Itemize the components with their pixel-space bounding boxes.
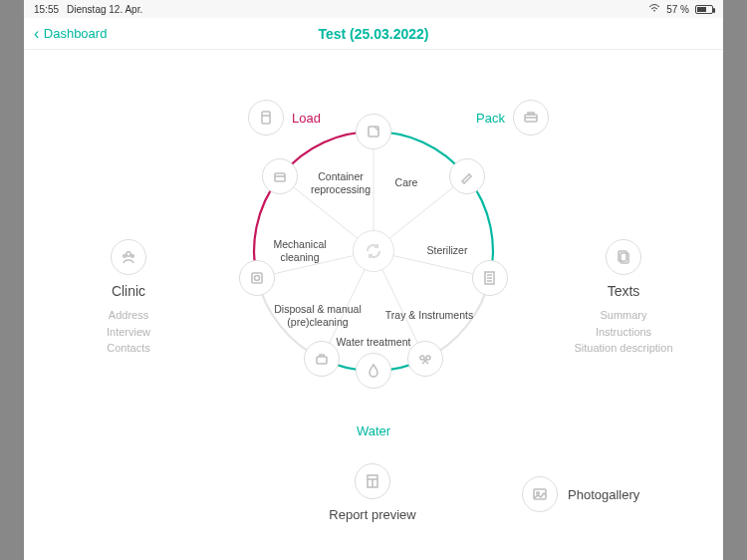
battery-pct: 57 % xyxy=(666,4,689,15)
svg-point-6 xyxy=(124,255,126,258)
wheel-refresh-button[interactable] xyxy=(353,230,394,272)
wifi-icon xyxy=(648,3,660,15)
clinic-sub-contacts[interactable]: Contacts xyxy=(79,340,178,357)
svg-rect-29 xyxy=(275,173,285,181)
svg-rect-26 xyxy=(317,357,327,364)
spoke-top-icon[interactable] xyxy=(356,114,391,149)
spoke-disposal-icon[interactable] xyxy=(304,341,340,377)
spoke-tray-icon[interactable] xyxy=(407,341,443,377)
svg-point-5 xyxy=(126,252,130,256)
page-title: Test (25.03.2022) xyxy=(318,26,428,42)
svg-rect-4 xyxy=(528,113,534,115)
spoke-container-icon[interactable] xyxy=(262,158,298,194)
clinic-sub-interview[interactable]: Interview xyxy=(79,324,178,341)
status-time: 15:55 xyxy=(34,4,59,15)
svg-point-23 xyxy=(426,356,430,360)
pack-icon-button[interactable] xyxy=(513,100,549,136)
clinic-title: Clinic xyxy=(79,283,178,299)
battery-icon xyxy=(695,5,713,14)
water-label: Water xyxy=(24,423,723,438)
spoke-care-icon[interactable] xyxy=(449,158,485,194)
back-button[interactable]: Dashboard xyxy=(34,25,107,43)
svg-point-7 xyxy=(131,255,134,258)
nav-bar: Dashboard Test (25.03.2022) xyxy=(24,18,723,50)
photogallery-label: Photogallery xyxy=(568,487,639,502)
svg-rect-27 xyxy=(252,273,262,283)
svg-point-22 xyxy=(420,356,424,360)
report-preview-button[interactable] xyxy=(355,463,390,499)
photogallery-button[interactable] xyxy=(522,476,558,512)
spoke-sterilizer-icon[interactable] xyxy=(472,260,508,296)
texts-sub-situation[interactable]: Situation description xyxy=(554,340,693,357)
texts-title: Texts xyxy=(554,283,693,299)
spoke-mechanical-icon[interactable] xyxy=(239,260,275,296)
clinic-sub-address[interactable]: Address xyxy=(79,307,178,324)
texts-sub-instructions[interactable]: Instructions xyxy=(554,324,693,341)
svg-point-28 xyxy=(255,276,260,281)
texts-icon-button[interactable] xyxy=(606,239,641,275)
texts-sub-summary[interactable]: Summary xyxy=(554,307,693,324)
process-wheel: Container reprocessing Care Sterilizer T… xyxy=(244,122,503,381)
spoke-water-icon[interactable] xyxy=(356,353,391,389)
clinic-icon-button[interactable] xyxy=(111,239,146,275)
report-preview-label: Report preview xyxy=(323,507,422,522)
status-date: Dienstag 12. Apr. xyxy=(67,4,142,15)
svg-point-35 xyxy=(537,492,540,495)
status-bar: 15:55 Dienstag 12. Apr. 57 % xyxy=(24,0,723,18)
